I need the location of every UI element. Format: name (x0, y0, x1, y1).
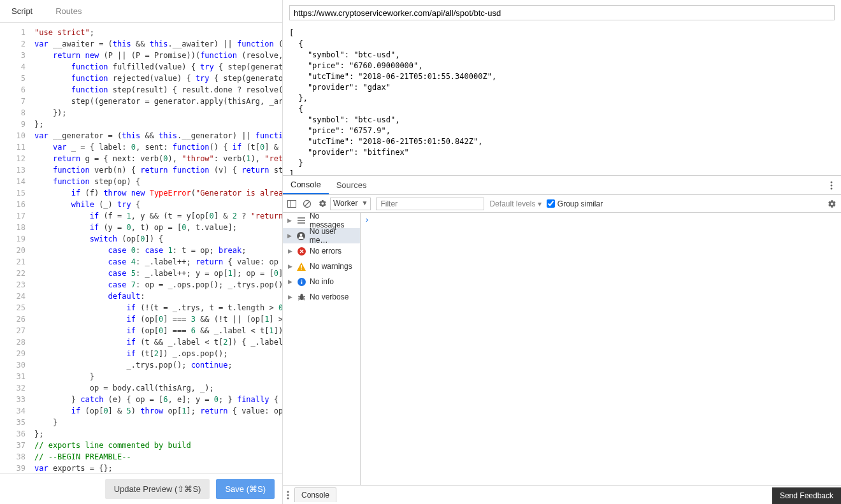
console-main[interactable]: › (361, 213, 841, 485)
expand-arrow-icon: ▶ (287, 233, 293, 239)
group-similar-checkbox[interactable]: Group similar (547, 199, 603, 208)
console-filter-label: No verbose (310, 292, 349, 301)
console-filter-list[interactable]: ▶No messages (283, 213, 360, 228)
info-icon (297, 277, 306, 286)
code-line[interactable]: if (op[0] === 3 && (!t || (op[1] > (34, 313, 282, 325)
svg-rect-19 (301, 279, 302, 280)
code-line[interactable]: case 7: op = _.ops.pop(); _.trys.pop() (34, 279, 282, 291)
svg-line-22 (298, 296, 300, 297)
line-number: 28 (0, 336, 25, 348)
log-levels-select[interactable]: Default levels ▾ (489, 199, 541, 208)
code-area[interactable]: "use strict";var __awaiter = (this && th… (31, 23, 282, 473)
svg-line-23 (303, 296, 305, 297)
console-filter-label: No user me… (310, 227, 356, 245)
code-line[interactable]: }; (34, 119, 282, 130)
code-line[interactable]: if (!(t = _.trys, t = t.length > 0 (34, 302, 282, 313)
drawer-kebab-icon[interactable] (287, 491, 289, 500)
svg-rect-15 (301, 265, 302, 268)
console-settings-icon[interactable] (827, 199, 837, 209)
code-line[interactable]: step((generator = generator.apply(thisAr… (34, 96, 282, 107)
tab-routes[interactable]: Routes (44, 0, 93, 23)
code-line[interactable]: var _ = { label: 0, sent: function() { i… (34, 141, 282, 153)
line-number: 3 (0, 50, 25, 61)
code-line[interactable]: while (_) try { (34, 199, 282, 210)
devtools-kebab-icon[interactable] (822, 176, 841, 194)
svg-point-30 (287, 497, 289, 499)
code-line[interactable]: // exports line commented by build (34, 440, 282, 451)
user-icon (297, 231, 306, 240)
editor-pane: Script Routes 12345678910111213141516171… (0, 0, 283, 504)
line-number: 38 (0, 451, 25, 463)
line-number: 34 (0, 405, 25, 417)
code-line[interactable]: // --BEGIN PREAMBLE-- (34, 451, 282, 463)
code-line[interactable]: _.trys.pop(); continue; (34, 359, 282, 371)
tab-script[interactable]: Script (0, 0, 44, 23)
code-line[interactable]: if (f = 1, y && (t = y[op[0] & 2 ? "retu… (34, 210, 282, 222)
expand-arrow-icon: ▶ (287, 248, 293, 254)
save-button[interactable]: Save (⌘S) (216, 479, 275, 499)
code-line[interactable]: if (f) throw new TypeError("Generator is… (34, 187, 282, 199)
code-line[interactable]: function fulfilled(value) { try { step(g… (34, 61, 282, 73)
svg-rect-16 (301, 268, 302, 270)
clear-console-icon[interactable] (302, 199, 312, 209)
line-number: 9 (0, 119, 25, 130)
code-line[interactable]: var exports = {}; (34, 463, 282, 473)
code-line[interactable]: default: (34, 291, 282, 302)
svg-point-21 (300, 294, 303, 296)
code-line[interactable]: } (34, 371, 282, 382)
drawer-tab-console[interactable]: Console (294, 487, 336, 502)
console-filter-info[interactable]: ▶No info (283, 274, 360, 289)
console-filter-user[interactable]: ▶No user me… (283, 228, 360, 243)
line-number: 15 (0, 187, 25, 199)
context-gear-icon (317, 199, 327, 209)
code-line[interactable]: function step(result) { result.done ? re… (34, 84, 282, 96)
svg-point-11 (300, 233, 303, 236)
line-number: 18 (0, 222, 25, 233)
group-similar-input[interactable] (547, 199, 555, 208)
code-line[interactable]: if (t && _.label < t[2]) { _.label (34, 336, 282, 348)
code-line[interactable]: if (op[0] & 5) throw op[1]; return { val… (34, 405, 282, 417)
code-line[interactable]: function verb(n) { return function (v) {… (34, 164, 282, 176)
code-line[interactable]: }); (34, 107, 282, 119)
code-line[interactable]: function rejected(value) { try { step(ge… (34, 73, 282, 84)
console-toolbar: Worker ▼ Default levels ▾ Group similar (283, 195, 841, 213)
code-line[interactable]: case 0: case 1: t = op; break; (34, 245, 282, 256)
devtools-tab-console[interactable]: Console (283, 176, 329, 194)
console-filter-label: No info (310, 277, 334, 286)
toggle-sidebar-icon[interactable] (287, 199, 297, 209)
svg-rect-18 (301, 281, 302, 284)
code-editor[interactable]: 1234567891011121314151617181920212223242… (0, 23, 282, 473)
code-line[interactable]: } catch (e) { op = [6, e]; y = 0; } fina… (34, 394, 282, 405)
code-line[interactable]: var __awaiter = (this && this.__awaiter)… (34, 38, 282, 50)
context-select[interactable]: Worker ▼ (330, 198, 371, 210)
console-sidebar: ▶No messages▶No user me…▶No errors▶No wa… (283, 213, 361, 485)
code-line[interactable]: if (t[2]) _.ops.pop(); (34, 348, 282, 359)
update-preview-button[interactable]: Update Preview (⇧⌘S) (105, 479, 210, 499)
devtools-tab-sources[interactable]: Sources (329, 176, 375, 194)
code-line[interactable]: return new (P || (P = Promise))(function… (34, 50, 282, 61)
console-filter-bug[interactable]: ▶No verbose (283, 289, 360, 305)
code-line[interactable]: if (op[0] === 6 && _.label < t[1]) (34, 325, 282, 336)
code-line[interactable]: return g = { next: verb(0), "throw": ver… (34, 153, 282, 164)
svg-point-1 (831, 184, 833, 186)
chevron-down-icon: ▼ (362, 199, 368, 206)
line-number: 33 (0, 394, 25, 405)
warn-icon (297, 262, 306, 271)
console-filter-warn[interactable]: ▶No warnings (283, 259, 360, 274)
line-number: 37 (0, 440, 25, 451)
url-input[interactable] (289, 5, 835, 20)
code-line[interactable]: case 5: _.label++; y = op[1]; op = [0] (34, 268, 282, 279)
code-line[interactable]: switch (op[0]) { (34, 233, 282, 245)
code-line[interactable]: if (y = 0, t) op = [0, t.value]; (34, 222, 282, 233)
code-line[interactable]: case 4: _.label++; return { value: op (34, 256, 282, 268)
code-line[interactable]: }; (34, 428, 282, 440)
code-line[interactable]: function step(op) { (34, 176, 282, 187)
code-line[interactable]: } (34, 417, 282, 428)
line-number: 5 (0, 73, 25, 84)
console-filter-input[interactable] (376, 198, 484, 210)
console-filter-error[interactable]: ▶No errors (283, 243, 360, 259)
code-line[interactable]: "use strict"; (34, 27, 282, 38)
code-line[interactable]: var __generator = (this && this.__genera… (34, 130, 282, 141)
code-line[interactable]: op = body.call(thisArg, _); (34, 382, 282, 394)
send-feedback-button[interactable]: Send Feedback (772, 487, 841, 504)
